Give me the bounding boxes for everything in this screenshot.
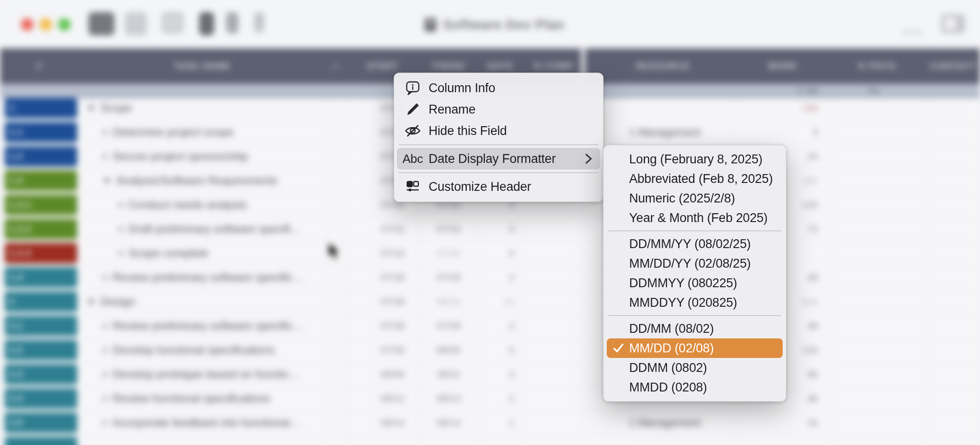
menu-separator	[608, 315, 781, 316]
task-row[interactable]: 2▼Design07/2808/18143wk	[0, 291, 980, 316]
task-bullet-icon	[102, 348, 107, 353]
finish-date: 07/29	[414, 316, 461, 336]
menu-item-label: Hide this Field	[429, 124, 507, 138]
task-bullet-icon	[102, 372, 107, 377]
customize-header-icon	[403, 178, 422, 196]
start-date: 07/16	[344, 243, 405, 263]
task-name: ▼Analysis/Software Requirements	[102, 170, 340, 191]
date-format-option-long-february-8-2025-[interactable]: Long (February 8, 2025)	[607, 149, 783, 169]
date-format-submenu: Long (February 8, 2025)Abbreviated (Feb …	[603, 145, 786, 402]
app-window: Software Dev Plan … #TASK NAME—STARTFINI…	[0, 0, 980, 445]
work-value: 268	[745, 98, 818, 118]
date-format-option-mm-dd-yy-02-08-25-[interactable]: MM/DD/YY (02/08/25)	[607, 254, 783, 273]
task-name: Develop prototype based on functio…	[102, 364, 340, 384]
menu-item-hide-this-field[interactable]: Hide this Field	[397, 120, 600, 142]
menu-item-label: Customize Header	[429, 180, 531, 194]
disclosure-triangle-icon[interactable]: ▼	[102, 175, 112, 186]
days-value: 2	[475, 267, 514, 288]
blurred-app-background: Software Dev Plan … #TASK NAME—STARTFINI…	[0, 0, 980, 445]
task-row[interactable]: 2.3Develop prototype based on functio…08…	[0, 364, 980, 388]
column-header-resource[interactable]: RESOURCE	[591, 48, 735, 84]
task-row[interactable]: 2.1Review preliminary software specific……	[0, 316, 980, 340]
zoom-button[interactable]	[58, 18, 71, 31]
task-row[interactable]: 2.2Develop functional specifications07/3…	[0, 340, 980, 364]
task-bullet-icon	[118, 227, 123, 232]
task-row[interactable]: 1.3.2Draft preliminary software specifi……	[0, 219, 980, 243]
resource-view-icon[interactable]	[254, 12, 264, 33]
task-name: Secure project sponsorship	[102, 146, 340, 167]
date-format-label: MMDD (0208)	[629, 380, 707, 395]
days-value: 4	[475, 364, 514, 384]
date-format-label: DD/MM (08/02)	[629, 322, 714, 336]
task-name: Incorporate feedback into functional…	[102, 412, 340, 433]
date-format-label: DDMM (0802)	[629, 361, 707, 375]
minimize-button[interactable]	[40, 18, 52, 31]
task-row[interactable]: 2.5Incorporate feedback into functional……	[0, 412, 980, 437]
column-header-phys[interactable]: % PHYS.	[831, 48, 926, 84]
disclosure-triangle-icon[interactable]: ▼	[87, 297, 96, 307]
finish-date: 07/15	[414, 219, 461, 239]
date-format-option-numeric-2025-2-8-[interactable]: Numeric (2025/2/8)	[607, 189, 783, 208]
task-id-badge: 1.4	[5, 267, 77, 288]
days-value: 5	[475, 340, 514, 360]
task-id-badge: 2.2	[5, 340, 77, 360]
finish-date: 08/13	[414, 388, 461, 409]
panel-toggle-button[interactable]	[941, 14, 965, 34]
print-icon[interactable]	[125, 12, 147, 35]
task-row[interactable]	[0, 437, 980, 445]
task-name: ▼Scope	[87, 98, 324, 118]
column-header-work[interactable]: WORK	[735, 48, 831, 84]
column-context-menu: Column InfoRenameHide this FieldAbcDate …	[394, 73, 604, 202]
task-name: Review functional specifications	[102, 388, 340, 409]
task-name: ▼Design	[87, 291, 324, 312]
task-name: Review preliminary software specific…	[102, 316, 340, 336]
menu-item-label: Date Display Formatter	[429, 152, 556, 166]
close-button[interactable]	[21, 18, 34, 31]
task-id-badge: 1.3.3	[5, 243, 77, 263]
date-format-option-ddmm-0802-[interactable]: DDMM (0802)	[607, 358, 783, 378]
mouse-cursor	[328, 242, 342, 262]
date-format-option-mm-dd-02-08-[interactable]: MM/DD (02/08)	[607, 338, 783, 358]
column-header-task-name[interactable]: TASK NAME	[79, 48, 326, 84]
outline-view-icon[interactable]	[199, 12, 214, 35]
task-bullet-icon	[102, 130, 107, 135]
finish-date: 08/18	[414, 291, 461, 312]
more-options-button[interactable]: …	[902, 14, 924, 39]
task-row[interactable]: 1.3.3Scope complete07/1607/160	[0, 243, 980, 267]
date-format-option-mmdd-0208-[interactable]: MMDD (0208)	[607, 378, 783, 397]
menu-item-date-display-formatter[interactable]: AbcDate Display Formatter	[397, 148, 600, 169]
phys-unit-label: 7%	[833, 84, 879, 99]
gantt-view-icon[interactable]	[226, 12, 238, 34]
column-header-contact[interactable]: CONTACT	[926, 48, 980, 84]
column-header-[interactable]: —	[326, 48, 347, 84]
task-row[interactable]: 2.4Review functional specifications08/12…	[0, 388, 980, 412]
date-format-option-dd-mm-08-02-[interactable]: DD/MM (08/02)	[607, 319, 783, 338]
date-format-option-year-month-feb-2025-[interactable]: Year & Month (Feb 2025)	[607, 208, 783, 228]
finish-date: 08/05	[414, 340, 461, 360]
menu-item-customize-header[interactable]: Customize Header	[397, 176, 600, 197]
hide-field-icon	[403, 122, 422, 140]
submenu-chevron-icon	[584, 152, 593, 165]
column-header-[interactable]: #	[0, 48, 79, 84]
work-unit-label: C HR	[745, 84, 818, 99]
task-row[interactable]: 1.4Review preliminary software specific……	[0, 267, 980, 291]
task-bullet-icon	[118, 251, 123, 256]
date-format-label: MM/DD (02/08)	[629, 341, 714, 356]
menu-item-rename[interactable]: Rename	[397, 99, 600, 120]
date-format-option-ddmmyy-080225-[interactable]: DDMMYY (080225)	[607, 273, 783, 293]
date-format-option-dd-mm-yy-08-02-25-[interactable]: DD/MM/YY (08/02/25)	[607, 234, 783, 254]
insert-icon[interactable]	[162, 12, 183, 34]
date-format-label: Long (February 8, 2025)	[629, 152, 763, 167]
date-format-label: MM/DD/YY (02/08/25)	[629, 256, 751, 271]
document-icon	[424, 18, 436, 32]
date-format-label: DD/MM/YY (08/02/25)	[629, 237, 751, 251]
menu-separator	[399, 144, 598, 145]
date-format-option-mmddyy-020825-[interactable]: MMDDYY (020825)	[607, 293, 783, 312]
start-date: 07/28	[344, 267, 405, 288]
menu-item-column-info[interactable]: Column Info	[397, 77, 600, 99]
task-id-badge: 2.4	[5, 388, 77, 409]
disclosure-triangle-icon[interactable]: ▼	[87, 103, 96, 114]
task-id-badge	[5, 437, 77, 445]
date-format-option-abbreviated-feb-8-2025-[interactable]: Abbreviated (Feb 8, 2025)	[607, 169, 783, 189]
view-options-icon[interactable]	[88, 12, 114, 35]
